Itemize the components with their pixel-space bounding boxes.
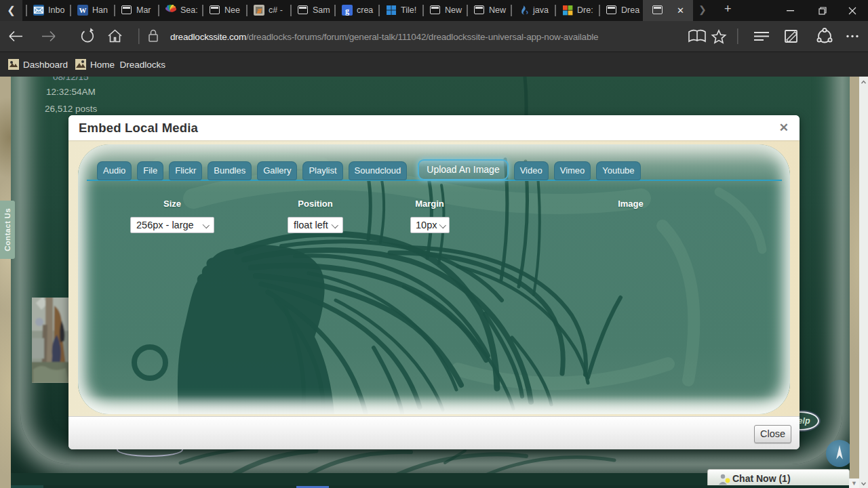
svg-text:g: g (345, 6, 349, 16)
svg-text:W: W (79, 6, 87, 14)
